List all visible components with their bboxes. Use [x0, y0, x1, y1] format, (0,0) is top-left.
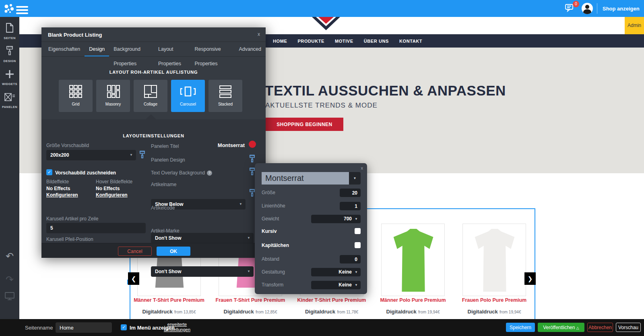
plus-icon [5, 69, 14, 79]
decoration-row: Gestaltung Keine▼ [262, 268, 361, 276]
publish-button[interactable]: Veröffentlichen △ [538, 323, 584, 332]
price-from: from 11,78€ [337, 310, 358, 314]
font-weight-row: Gewicht 700▼ [262, 215, 361, 223]
italic-checkbox[interactable] [355, 228, 361, 234]
product-image [462, 224, 526, 296]
italic-label: Kursiv [262, 228, 277, 234]
decoration-select[interactable]: Keine▼ [311, 268, 361, 276]
hamburger-menu-icon[interactable] [16, 4, 28, 16]
product-name[interactable]: Kinder T-Shirt Pure Premium [291, 297, 372, 303]
artikelcode-select[interactable]: Don't Show▼ [151, 233, 254, 243]
panel-title-font-value[interactable]: Montserrat [202, 142, 245, 148]
italic-row: Kursiv [262, 227, 361, 236]
product-name[interactable]: Männer T-Shirt Pure Premium [129, 297, 209, 303]
print-method: Digitaldruck [142, 309, 173, 315]
line-height-row: Linienhöhe [262, 202, 361, 210]
preview-button[interactable]: Vorschau [616, 323, 641, 332]
show-in-menu-checkbox[interactable] [121, 324, 127, 330]
product-card[interactable] [462, 224, 526, 296]
publish-label: Veröffentlichen [543, 325, 575, 330]
abort-button[interactable]: Abbrechen [587, 323, 613, 332]
font-size-input[interactable] [340, 189, 361, 197]
nav-item-motive[interactable]: MOTIVE [335, 39, 353, 44]
line-height-input[interactable] [340, 202, 361, 210]
modal-close-icon[interactable]: x [258, 31, 260, 37]
paintbrush-icon[interactable] [249, 155, 255, 164]
sidebar-item-panelen[interactable]: PANELEN [0, 92, 19, 109]
layout-option-label: Masonry [96, 102, 130, 106]
layout-option-label: Grid [59, 102, 93, 106]
paintbrush-icon[interactable] [139, 151, 145, 160]
layout-option-collage[interactable]: Collage [134, 80, 167, 112]
tab-design[interactable]: Design [85, 42, 109, 56]
sidebar-item-seiten[interactable]: SEITEN [0, 23, 19, 40]
paintbrush-icon[interactable] [249, 189, 255, 199]
app-logo[interactable] [3, 3, 14, 16]
undo-icon[interactable]: ↶ [0, 251, 19, 262]
panel-title-color-swatch[interactable] [249, 141, 256, 148]
decoration-value: Keine [339, 269, 352, 275]
sidebar-item-widgets[interactable]: WIDGETS [0, 69, 19, 86]
font-weight-select[interactable]: 700▼ [311, 215, 361, 223]
tab-advanced[interactable]: Advanced [234, 42, 266, 56]
nav-item-ueber-uns[interactable]: ÜBER UNS [364, 39, 389, 44]
tab-background-properties[interactable]: Background Properties [109, 42, 154, 56]
transform-row: Transform Keine▼ [262, 281, 361, 289]
paintbrush-icon[interactable] [249, 168, 255, 177]
popup-close-icon[interactable]: x [361, 166, 363, 170]
font-family-select[interactable]: Montserrat ▼ [262, 172, 361, 185]
product-price: Digitaldruck from 19,94€ [373, 308, 453, 315]
save-button[interactable]: Speichern [506, 323, 535, 332]
panel-title-label: Panelen Titel [151, 143, 179, 149]
panels-icon [4, 92, 15, 102]
carousel-icon [179, 85, 197, 98]
tab-responsive-properties[interactable]: Responsive Properties [190, 42, 235, 56]
messages-icon[interactable]: 0 [565, 3, 575, 15]
product-price: Digitaldruck from 19,94€ [454, 308, 535, 315]
pagename-input[interactable] [56, 322, 112, 333]
carousel-next-arrow[interactable]: ❯ [524, 272, 536, 285]
product-card[interactable] [381, 224, 445, 296]
layout-option-carousel[interactable]: Carousel [171, 80, 205, 112]
thumbnail-size-select[interactable]: 200x200▼ [46, 150, 136, 160]
crop-thumbnail-checkbox[interactable] [46, 169, 52, 175]
artikel-marke-select[interactable]: Don't Show▼ [151, 266, 254, 277]
smallcaps-checkbox[interactable] [355, 242, 361, 248]
product-price: Digitaldruck from 11,78€ [291, 308, 372, 315]
artikel-marke-label: Artikel-Marke [151, 228, 180, 234]
cancel-button[interactable]: Cancel [118, 247, 152, 256]
layout-option-masonry[interactable]: Masonry [96, 80, 130, 112]
carousel-prev-arrow[interactable]: ❮ [128, 272, 139, 285]
tab-eigenschaften[interactable]: Eigenschaften [44, 42, 85, 56]
shopping-beginnen-button[interactable]: SHOPPING BEGINNEN [266, 118, 343, 131]
advanced-settings-line2: Einstellungen [161, 327, 193, 332]
product-name[interactable]: Frauen Polo Pure Premium [454, 297, 535, 303]
section-notch [146, 114, 156, 119]
desktop-preview-icon[interactable] [0, 292, 19, 302]
advanced-settings-link[interactable]: erweiterte Einstellungen [161, 322, 193, 332]
layout-option-grid[interactable]: Grid [59, 80, 93, 112]
items-per-row-input[interactable] [46, 223, 146, 233]
smallcaps-row: Kapitälchen [262, 241, 361, 250]
ok-button[interactable]: OK [157, 247, 190, 256]
redo-icon[interactable]: ↷ [0, 274, 19, 285]
letter-spacing-label: Abstand [262, 256, 279, 262]
nav-item-home[interactable]: HOME [273, 39, 287, 44]
layout-option-label: Carousel [171, 102, 205, 106]
layout-option-stacked[interactable]: Stacked [208, 80, 242, 112]
text-overlay-text: Text Overlay Background [151, 170, 205, 176]
avatar[interactable] [582, 3, 593, 14]
image-effects-configure-link[interactable]: Konfigurieren [46, 192, 78, 198]
letter-spacing-input[interactable] [340, 255, 361, 263]
sidebar-item-design[interactable]: DESIGN [0, 46, 19, 63]
admin-tab[interactable]: Admin [625, 17, 644, 34]
transform-select[interactable]: Keine▼ [311, 281, 361, 289]
shop-anzeigen-link[interactable]: Shop anzeigen [603, 6, 640, 12]
nav-item-kontakt[interactable]: KONTAKT [399, 39, 422, 44]
tab-layout-properties[interactable]: Layout Properties [154, 42, 190, 56]
nav-item-produkte[interactable]: PRODUKTE [297, 39, 324, 44]
help-icon[interactable]: ? [207, 170, 212, 176]
hover-effects-configure-link[interactable]: Konfigurieren [96, 192, 128, 198]
product-name[interactable]: Frauen T-Shirt Pure Premium [210, 297, 291, 303]
product-name[interactable]: Männer Polo Pure Premium [373, 297, 453, 303]
